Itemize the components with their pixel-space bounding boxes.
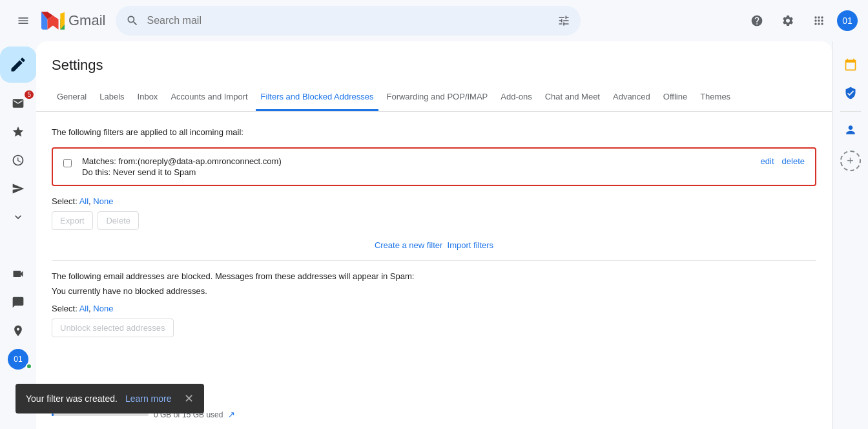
no-blocked-text: You currently have no blocked addresses. [52, 286, 816, 296]
storage-bar-fill [52, 413, 54, 416]
toast-close-icon[interactable]: ✕ [184, 392, 194, 406]
sidebar-avatar[interactable]: 01 [0, 346, 36, 372]
sidebar-item-chat[interactable] [0, 289, 36, 315]
tab-themes[interactable]: Themes [695, 84, 736, 111]
sidebar-item-meet[interactable] [0, 261, 36, 287]
help-icon[interactable] [744, 8, 770, 34]
search-icon [126, 14, 139, 27]
tab-general[interactable]: General [52, 84, 92, 111]
blocked-select-label: Select: [52, 304, 79, 313]
main-content: Settings General Labels Inbox Accounts a… [36, 41, 832, 429]
toast-learn-more[interactable]: Learn more [125, 393, 172, 404]
footer: Terms · Privacy · Program Policies Last … [36, 424, 832, 429]
page-title: Settings [36, 41, 832, 74]
filter-action: Do this: Never send it to Spam [82, 167, 750, 177]
compose-button[interactable] [0, 47, 36, 83]
unblock-button-wrap: Unblock selected addresses [52, 319, 816, 337]
tab-accounts[interactable]: Accounts and Import [165, 84, 253, 111]
settings-icon[interactable] [775, 8, 801, 34]
tab-forwarding[interactable]: Forwarding and POP/IMAP [381, 84, 493, 111]
sidebar-item-starred[interactable] [0, 119, 36, 145]
tab-inbox[interactable]: Inbox [132, 84, 163, 111]
tab-chat[interactable]: Chat and Meet [540, 84, 605, 111]
storage-bar [52, 413, 149, 416]
filter-matches: Matches: from:(noreply@data-ap.omronconn… [82, 156, 750, 166]
blocked-select-row: Select: All, None [52, 304, 816, 313]
settings-tabs: General Labels Inbox Accounts and Import… [36, 84, 832, 112]
menu-icon[interactable] [10, 8, 36, 34]
topbar-right: 01 [744, 8, 858, 34]
filters-section-header: The following filters are applied to all… [52, 127, 816, 137]
filter-row: Matches: from:(noreply@data-ap.omronconn… [52, 147, 816, 186]
settings-content: The following filters are applied to all… [36, 112, 832, 353]
select-none-link[interactable]: None [93, 196, 113, 206]
unblock-button[interactable]: Unblock selected addresses [52, 319, 174, 337]
toast-notification: Your filter was created. Learn more ✕ [16, 384, 204, 413]
matches-label: Matches: [82, 156, 118, 166]
settings-container: Settings General Labels Inbox Accounts a… [36, 41, 832, 429]
toast-message: Your filter was created. [26, 393, 118, 404]
tab-offline[interactable]: Offline [658, 84, 692, 111]
right-panel: + [832, 41, 868, 429]
right-panel-divider [840, 111, 861, 112]
blocked-select-all-link[interactable]: All [79, 304, 88, 313]
storage-external-link[interactable]: ↗ [228, 410, 235, 419]
topbar: Gmail 01 [0, 0, 868, 41]
avatar[interactable]: 01 [837, 10, 858, 31]
blocked-select-none-link[interactable]: None [93, 304, 113, 313]
sidebar-item-spaces[interactable] [0, 318, 36, 344]
create-filter-row: Create a new filter Import filters [52, 240, 816, 250]
inbox-badge: 5 [25, 90, 34, 99]
blocked-section-header: The following email addresses are blocke… [52, 271, 816, 281]
search-bar [116, 6, 581, 36]
tab-filters[interactable]: Filters and Blocked Addresses [256, 84, 379, 111]
filter-delete-link[interactable]: delete [782, 156, 805, 166]
gmail-label: Gmail [68, 12, 105, 29]
section-divider [52, 260, 816, 261]
sidebar: 5 01 [0, 41, 36, 429]
filter-action-links: edit delete [761, 156, 805, 166]
select-label: Select: [52, 196, 79, 206]
filter-checkbox[interactable] [63, 159, 72, 167]
filter-select-row: Select: All, None [52, 196, 816, 206]
tab-advanced[interactable]: Advanced [608, 84, 656, 111]
matches-value: from:(noreply@data-ap.omronconnect.com) [118, 156, 281, 166]
dothis-value: Never send it to Spam [113, 167, 196, 177]
select-all-link[interactable]: All [79, 196, 88, 206]
export-button[interactable]: Export [52, 211, 93, 230]
sidebar-item-inbox[interactable]: 5 [0, 90, 36, 116]
create-filter-link[interactable]: Create a new filter [375, 240, 443, 250]
filter-buttons: Export Delete [52, 211, 816, 230]
filter-edit-link[interactable]: edit [761, 156, 774, 166]
contacts-icon[interactable] [838, 117, 863, 143]
sidebar-item-more[interactable] [0, 204, 36, 230]
apps-icon[interactable] [806, 8, 832, 34]
dothis-label: Do this: [82, 167, 113, 177]
sidebar-item-snoozed[interactable] [0, 147, 36, 173]
tab-addons[interactable]: Add-ons [495, 84, 537, 111]
search-options-icon[interactable] [557, 14, 570, 27]
tasks-icon[interactable] [838, 80, 863, 106]
delete-button[interactable]: Delete [98, 211, 139, 230]
import-filters-link[interactable]: Import filters [448, 240, 494, 250]
add-panel-icon[interactable]: + [840, 151, 861, 171]
filter-details: Matches: from:(noreply@data-ap.omronconn… [82, 156, 750, 177]
gmail-logo: Gmail [41, 12, 105, 30]
search-input[interactable] [147, 15, 550, 26]
calendar-icon[interactable] [838, 52, 863, 78]
tab-labels[interactable]: Labels [94, 84, 129, 111]
sidebar-item-sent[interactable] [0, 176, 36, 202]
